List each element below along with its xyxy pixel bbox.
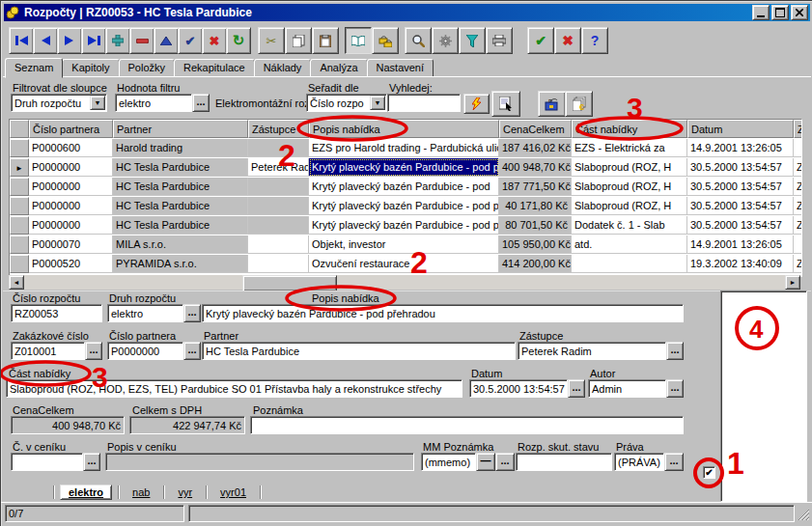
minimize-button[interactable] bbox=[752, 5, 770, 20]
grid-cell[interactable]: Z bbox=[794, 197, 802, 215]
grid-cell[interactable]: 80 701,50 Kč bbox=[499, 216, 572, 235]
grid-cell[interactable]: Dodatek č. 1 - Slab bbox=[572, 216, 687, 235]
grid-cell[interactable]: EZS - Elektrická za bbox=[572, 139, 687, 157]
bottom-tab-vyr[interactable]: vyr bbox=[178, 486, 192, 498]
grid-cell[interactable]: P0000070 bbox=[29, 235, 113, 254]
grid-column-header[interactable]: Datum bbox=[687, 120, 794, 138]
offer-part-field[interactable]: Slaboproud (ROZ, HOD, EZS, TEL) Pardubic… bbox=[6, 379, 462, 398]
rights-ellipsis-button[interactable]: ... bbox=[664, 453, 684, 471]
grid-cell[interactable]: Harold trading bbox=[113, 139, 248, 157]
grid-cell[interactable]: P0000600 bbox=[29, 139, 113, 157]
grid-cell[interactable]: Objekt, investor bbox=[309, 235, 499, 254]
settings-gear-icon[interactable] bbox=[432, 27, 459, 54]
actual-state-budget-field[interactable] bbox=[516, 453, 612, 471]
report-document-icon[interactable] bbox=[491, 91, 520, 117]
table-row[interactable]: ►P0000000HC Tesla PardubicePeterek Radim… bbox=[10, 158, 802, 178]
grid-cell[interactable]: P0000000 bbox=[29, 158, 113, 177]
next-record-button[interactable] bbox=[57, 27, 82, 54]
mm-note-minus-button[interactable]: — bbox=[476, 453, 495, 471]
tab-nastaveni[interactable]: Nastavení bbox=[367, 59, 434, 77]
grid-cell[interactable]: 30.5.2000 13:54:57 bbox=[687, 216, 794, 235]
grid-cell[interactable]: Z bbox=[794, 178, 802, 196]
grid-cell[interactable]: P0000000 bbox=[29, 178, 113, 196]
grid-cell[interactable]: HC Tesla Pardubice bbox=[113, 216, 248, 235]
grid-cell[interactable]: 14.9.2001 13:26:05 bbox=[687, 139, 794, 157]
grid-cell[interactable]: atd. bbox=[572, 235, 687, 254]
order-number-ellipsis-button[interactable]: ... bbox=[85, 342, 102, 360]
grid-cell[interactable]: 187 416,02 Kč bbox=[499, 139, 572, 157]
row-selector[interactable] bbox=[10, 197, 29, 215]
grid-cell[interactable]: 19.3.2002 13:40:09 bbox=[687, 255, 794, 273]
grid-cell[interactable] bbox=[248, 197, 309, 215]
grid-cell[interactable]: 30.5.2000 13:54:57 bbox=[687, 158, 794, 177]
filter-column-select[interactable]: Druh rozpočtu ▼ bbox=[11, 94, 107, 112]
grid-cell[interactable]: P0000520 bbox=[29, 255, 113, 273]
representative-ellipsis-button[interactable]: ... bbox=[666, 342, 684, 360]
note-field[interactable] bbox=[250, 416, 684, 434]
resize-grip[interactable] bbox=[797, 507, 809, 524]
grid-cell[interactable]: HC Tesla Pardubice bbox=[113, 158, 248, 177]
grid-cell[interactable]: Krytý plavecký bazén Pardubice - pod p bbox=[309, 158, 499, 177]
grid-cell[interactable]: 30.5.2000 13:54:57 bbox=[687, 197, 794, 215]
cancel-x-icon[interactable]: ✖ bbox=[554, 27, 581, 54]
ok-check-icon[interactable]: ✔ bbox=[527, 27, 554, 54]
date-ellipsis-button[interactable]: ... bbox=[568, 379, 585, 398]
table-row[interactable]: P0000600Harold tradingEZS pro Harold tra… bbox=[10, 139, 802, 158]
scroll-right-icon[interactable]: ► bbox=[785, 275, 800, 290]
grid-column-header[interactable]: Z bbox=[794, 120, 802, 138]
filter-value-ellipsis-button[interactable]: ... bbox=[192, 94, 210, 112]
search-icon[interactable] bbox=[405, 27, 432, 54]
grid-cell[interactable]: Z bbox=[794, 216, 802, 235]
grid-cell[interactable]: Ozvučení restaurace bbox=[309, 255, 499, 273]
row-selector[interactable] bbox=[10, 139, 29, 157]
sort-select[interactable]: Číslo rozpo ▼ bbox=[306, 94, 387, 112]
maximize-button[interactable] bbox=[771, 5, 789, 20]
grid-cell[interactable]: Krytý plavecký bazén Pardubice - pod bbox=[309, 178, 499, 196]
partner-field[interactable]: HC Tesla Pardubice bbox=[202, 342, 516, 360]
author-field[interactable]: Admin bbox=[588, 379, 666, 398]
budget-type-field[interactable]: elektro bbox=[107, 304, 183, 322]
representative-field[interactable]: Peterek Radim bbox=[518, 342, 666, 360]
print-icon[interactable] bbox=[486, 27, 513, 54]
grid-cell[interactable]: HC Tesla Pardubice bbox=[113, 197, 248, 215]
grid-cell[interactable]: Krytý plavecký bazén Pardubice - pod p bbox=[309, 216, 499, 235]
grid-column-header[interactable]: Zástupce bbox=[248, 120, 309, 138]
table-row[interactable]: P0000000HC Tesla PardubiceKrytý plavecký… bbox=[10, 178, 802, 197]
cut-icon[interactable]: ✂ bbox=[258, 27, 285, 54]
grid-cell[interactable]: Z bbox=[794, 255, 802, 273]
cancel-edit-icon[interactable]: ✖ bbox=[202, 27, 227, 54]
grid-cell[interactable]: EZS pro Harold trading - Pardubická ulic… bbox=[309, 139, 499, 157]
grid-cell[interactable]: P0000000 bbox=[29, 197, 113, 215]
prior-record-button[interactable] bbox=[33, 27, 58, 54]
grid-cell[interactable]: 414 200,00 Kč bbox=[499, 255, 572, 273]
grid-cell[interactable] bbox=[248, 255, 309, 273]
grid-cell[interactable]: Slaboproud (ROZ, H bbox=[572, 197, 687, 215]
pricelist-number-ellipsis-button[interactable]: ... bbox=[83, 453, 100, 471]
grid-cell[interactable]: MILA s.r.o. bbox=[113, 235, 248, 254]
bottom-tab-elektro[interactable]: elektro bbox=[60, 484, 112, 500]
locks-icon[interactable] bbox=[372, 27, 399, 54]
grid-cell[interactable] bbox=[794, 235, 802, 254]
grid-cell[interactable]: Peterek Radim bbox=[248, 158, 309, 177]
filter-value-input[interactable]: elektro bbox=[115, 94, 192, 112]
chevron-down-icon[interactable]: ▼ bbox=[90, 96, 105, 110]
row-selector[interactable] bbox=[10, 178, 29, 196]
bottom-tab-nab[interactable]: nab bbox=[132, 486, 150, 498]
grid-column-header[interactable]: Číslo partnera bbox=[29, 120, 113, 138]
scroll-thumb[interactable] bbox=[242, 275, 337, 291]
grid-column-header[interactable]: CenaCelkem bbox=[499, 120, 572, 138]
budget-type-ellipsis-button[interactable]: ... bbox=[183, 304, 201, 322]
grid-cell[interactable]: Slaboproud (ROZ, H bbox=[572, 158, 687, 177]
tab-kapitoly[interactable]: Kapitoly bbox=[62, 59, 119, 77]
table-row[interactable]: P0000070MILA s.r.o.Objekt, investor105 9… bbox=[10, 235, 802, 255]
table-row[interactable]: P0000000HC Tesla PardubiceKrytý plavecký… bbox=[10, 216, 802, 235]
records-grid[interactable]: Číslo partneraPartnerZástupcePopis nabíd… bbox=[9, 119, 802, 277]
grid-cell[interactable]: 187 771,50 Kč bbox=[499, 178, 572, 196]
paste-icon[interactable] bbox=[312, 27, 339, 54]
author-ellipsis-button[interactable]: ... bbox=[666, 379, 684, 398]
grid-cell[interactable]: 14.9.2001 13:26:05 bbox=[687, 235, 794, 254]
grid-column-header[interactable]: Popis nabídka bbox=[309, 120, 499, 138]
tab-naklady[interactable]: Náklady bbox=[254, 59, 312, 77]
grid-column-header[interactable]: Část nabídky bbox=[572, 120, 687, 138]
tab-seznam[interactable]: Seznam bbox=[5, 58, 63, 78]
